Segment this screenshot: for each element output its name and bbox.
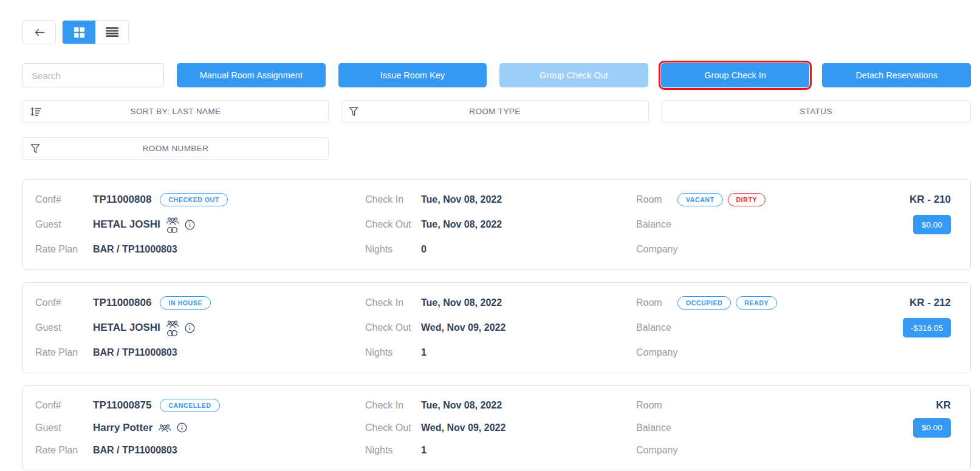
- balance-button[interactable]: $0.00: [913, 418, 951, 438]
- check-out-label: Check Out: [365, 219, 421, 230]
- conf-label: Conf#: [35, 194, 93, 205]
- company-label: Company: [636, 445, 674, 456]
- check-in-date: Tue, Nov 08, 2022: [421, 194, 502, 205]
- linked-reservations-icon: [166, 330, 178, 337]
- nights-value: 1: [421, 347, 427, 358]
- filter-funnel-icon: [349, 106, 358, 117]
- guest-name: HETAL JOSHI: [93, 322, 160, 334]
- check-out-date: Wed, Nov 09, 2022: [421, 322, 505, 333]
- room-housekeeping-badge: READY: [736, 296, 777, 310]
- check-in-label: Check In: [365, 297, 421, 308]
- balance-label: Balance: [636, 322, 674, 333]
- rate-plan-value: BAR / TP11000803: [93, 347, 177, 358]
- guest-info: HETAL JOSHI: [93, 216, 195, 234]
- balance-label: Balance: [636, 422, 674, 433]
- sort-by-label: SORT BY: LAST NAME: [130, 107, 221, 116]
- manual-room-assignment-button[interactable]: Manual Room Assignment: [177, 63, 326, 87]
- check-in-label: Check In: [365, 400, 421, 411]
- room-housekeeping-badge: DIRTY: [728, 193, 766, 206]
- reservation-card[interactable]: Conf# TP11000806 IN HOUSE Guest HETAL JO…: [22, 282, 971, 373]
- rate-plan-label: Rate Plan: [35, 244, 93, 255]
- status-label: STATUS: [800, 107, 832, 116]
- room-label: Room: [636, 297, 674, 308]
- list-icon: [106, 27, 118, 37]
- balance-label: Balance: [636, 219, 674, 230]
- reservation-card[interactable]: Conf# TP11000808 CHECKED OUT Guest HETAL…: [22, 179, 971, 270]
- grid-view-button[interactable]: [63, 21, 95, 44]
- balance-button[interactable]: -$316.05: [903, 318, 951, 337]
- reservation-card[interactable]: Conf# TP11000875 CANCELLED Guest Harry P…: [22, 385, 971, 470]
- guest-label: Guest: [35, 322, 93, 333]
- linked-reservations-icon: [166, 226, 178, 234]
- reservation-status-badge: CHECKED OUT: [160, 193, 228, 206]
- info-icon[interactable]: [185, 323, 195, 333]
- company-label: Company: [636, 347, 674, 358]
- group-icon: [166, 216, 179, 226]
- room-number-value: KR - 210: [910, 194, 951, 206]
- check-out-label: Check Out: [365, 422, 421, 433]
- room-occupancy-badge: OCCUPIED: [677, 296, 731, 310]
- room-number-label: ROOM NUMBER: [143, 144, 209, 153]
- reservation-list: Conf# TP11000808 CHECKED OUT Guest HETAL…: [0, 179, 980, 470]
- conf-label: Conf#: [35, 297, 93, 308]
- guest-name: HETAL JOSHI: [93, 219, 160, 231]
- actions-row: Manual Room Assignment Issue Room Key Gr…: [22, 63, 971, 87]
- group-icon: [166, 319, 179, 329]
- room-number-value: KR - 212: [910, 297, 951, 309]
- arrow-left-icon: [34, 28, 45, 37]
- info-icon[interactable]: [177, 422, 187, 433]
- status-filter[interactable]: STATUS: [661, 100, 971, 123]
- guest-label: Guest: [35, 422, 93, 433]
- sort-icon: [30, 107, 42, 117]
- rate-plan-value: BAR / TP11000803: [93, 445, 177, 456]
- group-icon: [158, 423, 171, 433]
- check-in-label: Check In: [365, 194, 421, 205]
- rate-plan-value: BAR / TP11000803: [93, 244, 177, 255]
- room-type-filter[interactable]: ROOM TYPE: [341, 100, 649, 123]
- nights-value: 0: [421, 244, 427, 255]
- top-toolbar: [0, 0, 980, 44]
- check-out-label: Check Out: [365, 322, 421, 333]
- conf-label: Conf#: [35, 400, 93, 411]
- sort-by-dropdown[interactable]: SORT BY: LAST NAME: [22, 100, 329, 123]
- guest-info: Harry Potter: [93, 422, 187, 434]
- room-occupancy-badge: VACANT: [677, 193, 723, 206]
- filters-row: SORT BY: LAST NAME ROOM TYPE STATUS: [22, 100, 971, 123]
- filter-funnel-icon: [30, 143, 40, 154]
- reservation-status-badge: IN HOUSE: [160, 296, 211, 310]
- guest-info: HETAL JOSHI: [93, 319, 195, 337]
- nights-value: 1: [421, 445, 427, 456]
- room-number-value: KR: [936, 399, 951, 412]
- conf-number: TP11000806: [93, 297, 151, 309]
- check-in-date: Tue, Nov 08, 2022: [421, 297, 502, 308]
- room-label: Room: [636, 400, 674, 411]
- check-in-date: Tue, Nov 08, 2022: [421, 400, 502, 411]
- guest-name: Harry Potter: [93, 422, 152, 434]
- company-label: Company: [636, 244, 674, 255]
- rate-plan-label: Rate Plan: [35, 445, 93, 456]
- info-icon[interactable]: [185, 220, 195, 230]
- nights-label: Nights: [365, 244, 421, 255]
- nights-label: Nights: [365, 347, 421, 358]
- group-check-out-button[interactable]: Group Check Out: [499, 63, 648, 87]
- detach-reservations-button[interactable]: Detach Reservations: [822, 63, 971, 87]
- grid-icon: [74, 27, 85, 38]
- rate-plan-label: Rate Plan: [35, 347, 93, 358]
- group-check-in-button[interactable]: Group Check In: [661, 63, 810, 87]
- guest-icon-stack: [166, 319, 179, 337]
- nights-label: Nights: [365, 445, 421, 456]
- back-button[interactable]: [22, 20, 56, 44]
- balance-button[interactable]: $0.00: [913, 215, 951, 234]
- check-out-date: Wed, Nov 09, 2022: [421, 422, 505, 433]
- guest-icon-stack: [166, 216, 179, 234]
- guest-label: Guest: [35, 219, 93, 230]
- room-number-filter[interactable]: ROOM NUMBER: [22, 137, 329, 160]
- group-reservations-page: Manual Room Assignment Issue Room Key Gr…: [0, 0, 980, 471]
- issue-room-key-button[interactable]: Issue Room Key: [338, 63, 487, 87]
- list-view-button[interactable]: [95, 21, 128, 44]
- search-input[interactable]: [22, 63, 164, 87]
- conf-number: TP11000808: [93, 194, 151, 206]
- view-toggle: [62, 20, 129, 44]
- reservation-status-badge: CANCELLED: [160, 399, 219, 412]
- filters-row-2: ROOM NUMBER: [22, 137, 971, 160]
